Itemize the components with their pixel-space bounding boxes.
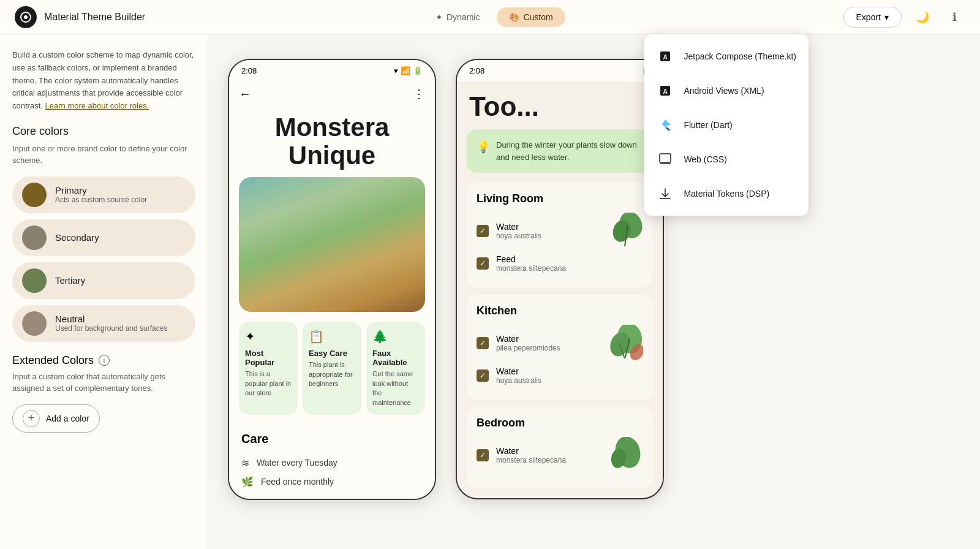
checkbox-2[interactable]: ✓ xyxy=(477,257,489,270)
clipboard-icon: 📋 xyxy=(309,329,355,344)
room-name-kitchen: Kitchen xyxy=(477,305,643,317)
checkbox-5[interactable]: ✓ xyxy=(477,449,489,461)
todo-title: Too... xyxy=(457,81,663,129)
header-actions: Export ▾ 🌙 ℹ xyxy=(843,6,965,28)
room-item-2: ✓ Feed monstera siltepecana xyxy=(477,254,643,273)
room-item-3: ✓ Water pilea peperomiodes xyxy=(477,325,643,362)
palette-icon: 🎨 xyxy=(509,12,519,22)
plant-illus-3 xyxy=(606,437,643,474)
feature-faux-desc: Get the same look without the maintenanc… xyxy=(372,369,419,407)
care-item-water: ≋ Water every Tuesday xyxy=(241,453,423,472)
primary-swatch xyxy=(22,183,47,207)
tab-custom[interactable]: 🎨 Custom xyxy=(497,7,565,27)
room-item-5: ✓ Water monstera siltepecana xyxy=(477,437,643,474)
phone-mockup-1: 2:08 ▾ 📶 🔋 ← ⋮ MonsteraUnique ✦ Most Pop… xyxy=(228,59,436,500)
core-colors-sub: Input one or more brand color to define … xyxy=(12,143,195,167)
svg-text:A: A xyxy=(663,54,668,61)
water-icon: ≋ xyxy=(241,457,249,469)
dropdown-item-compose[interactable]: A Jetpack Compose (Theme.kt) xyxy=(644,39,809,74)
phone2-content: Too... 💡 During the winter your plants s… xyxy=(457,81,663,488)
dropdown-item-tokens[interactable]: Material Tokens (DSP) xyxy=(644,176,809,211)
header-tabs: ✦ Dynamic 🎨 Custom xyxy=(145,7,843,27)
primary-label: Primary xyxy=(55,185,147,195)
color-item-secondary[interactable]: Secondary xyxy=(12,219,195,256)
back-button[interactable]: ← xyxy=(239,87,251,101)
add-color-button[interactable]: + Add a color xyxy=(12,404,100,433)
dynamic-icon: ✦ xyxy=(435,12,443,22)
tip-text: During the winter your plants slow down … xyxy=(496,139,643,163)
wifi-icon: ▾ xyxy=(394,66,398,75)
checkbox-1[interactable]: ✓ xyxy=(477,225,489,237)
care-section: Care ≋ Water every Tuesday 🌿 Feed once m… xyxy=(229,425,435,499)
tab-dynamic[interactable]: ✦ Dynamic xyxy=(423,7,492,27)
export-dropdown: A Jetpack Compose (Theme.kt) A Android V… xyxy=(644,34,809,216)
web-icon xyxy=(657,151,674,168)
feature-popular-name: Most Popular xyxy=(245,349,292,367)
app-title: Material Theme Builder xyxy=(44,12,145,23)
dropdown-label-compose: Jetpack Compose (Theme.kt) xyxy=(684,51,796,61)
color-item-primary[interactable]: Primary Acts as custom source color xyxy=(12,176,195,213)
status-bar-1: 2:08 ▾ 📶 🔋 xyxy=(229,60,435,81)
status-icons-1: ▾ 📶 🔋 xyxy=(394,66,423,75)
dropdown-item-web[interactable]: Web (CSS) xyxy=(644,142,809,176)
room-item-1: ✓ Water hoya australis xyxy=(477,213,643,249)
time-2: 2:08 xyxy=(469,66,484,75)
room-item-4: ✓ Water hoya australis xyxy=(477,366,643,385)
extended-info-icon[interactable]: i xyxy=(99,355,110,366)
room-name-bedroom: Bedroom xyxy=(477,417,643,430)
main-content: 2:08 ▾ 📶 🔋 ← ⋮ MonsteraUnique ✦ Most Pop… xyxy=(208,34,980,549)
feature-easy-name: Easy Care xyxy=(309,349,355,358)
room-section: Living Room ✓ Water hoya australis xyxy=(467,183,653,488)
neutral-swatch xyxy=(22,311,47,336)
color-item-tertiary[interactable]: Tertiary xyxy=(12,262,195,299)
feature-faux-name: Faux Available xyxy=(372,349,419,367)
plus-icon: + xyxy=(23,410,40,427)
feature-card-faux: 🌲 Faux Available Get the same look witho… xyxy=(366,322,425,415)
android-icon: A xyxy=(657,82,674,99)
feature-cards: ✦ Most Popular This is a popular plant i… xyxy=(229,322,435,425)
bulb-icon: 💡 xyxy=(477,140,490,154)
dark-mode-button[interactable]: 🌙 xyxy=(911,6,933,28)
plant-illus-2 xyxy=(606,325,643,362)
plant-image xyxy=(239,177,425,312)
dropdown-label-android: Android Views (XML) xyxy=(684,86,764,96)
chevron-down-icon: ▾ xyxy=(884,12,889,22)
info-button[interactable]: ℹ xyxy=(943,6,965,28)
plant-illus-1 xyxy=(606,213,643,249)
dropdown-item-android[interactable]: A Android Views (XML) xyxy=(644,74,809,108)
signal-icon: 📶 xyxy=(401,66,410,75)
time-1: 2:08 xyxy=(241,66,257,75)
room-name-living: Living Room xyxy=(477,192,643,205)
neutral-label: Neutral xyxy=(55,314,167,324)
plant-title: MonsteraUnique xyxy=(229,106,435,177)
feature-popular-desc: This is a popular plant in our store xyxy=(245,369,292,398)
android-icon-compose: A xyxy=(657,48,674,65)
phone1-content: ← ⋮ MonsteraUnique ✦ Most Popular This i… xyxy=(229,81,435,499)
battery-icon: 🔋 xyxy=(413,66,423,75)
svg-marker-15 xyxy=(665,127,671,131)
sidebar-description: Build a custom color scheme to map dynam… xyxy=(12,49,195,113)
feature-easy-desc: This plant is appropriate for beginners xyxy=(309,360,355,388)
checkbox-3[interactable]: ✓ xyxy=(477,337,489,349)
secondary-swatch xyxy=(22,225,47,250)
svg-marker-14 xyxy=(662,119,671,127)
care-item-feed: 🌿 Feed once monthly xyxy=(241,472,423,491)
extended-colors-header: Extended Colors i xyxy=(12,354,195,367)
dropdown-item-flutter[interactable]: Flutter (Dart) xyxy=(644,108,809,142)
tertiary-label: Tertiary xyxy=(55,275,85,286)
export-button[interactable]: Export ▾ xyxy=(843,7,902,28)
learn-more-link[interactable]: Learn more about color roles. xyxy=(45,101,149,110)
flutter-icon xyxy=(657,116,674,134)
feature-card-popular: ✦ Most Popular This is a popular plant i… xyxy=(239,322,298,415)
feature-card-easy: 📋 Easy Care This plant is appropriate fo… xyxy=(303,322,361,415)
dropdown-label-tokens: Material Tokens (DSP) xyxy=(684,189,769,199)
leaf-icon: 🌿 xyxy=(241,476,254,488)
checkbox-4[interactable]: ✓ xyxy=(477,369,489,382)
core-colors-title: Core colors xyxy=(12,125,195,138)
svg-rect-16 xyxy=(660,154,671,162)
primary-desc: Acts as custom source color xyxy=(55,195,147,204)
color-item-neutral[interactable]: Neutral Used for background and surfaces xyxy=(12,305,195,342)
more-menu[interactable]: ⋮ xyxy=(413,86,425,101)
room-card-living: Living Room ✓ Water hoya australis xyxy=(467,183,653,287)
care-title: Care xyxy=(241,432,423,446)
